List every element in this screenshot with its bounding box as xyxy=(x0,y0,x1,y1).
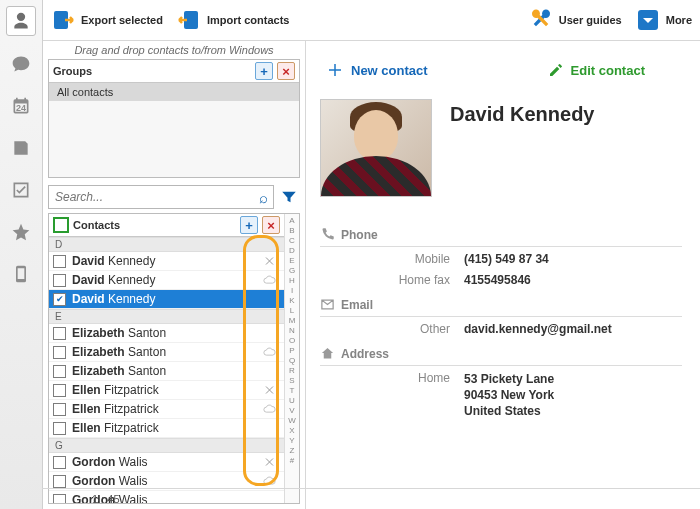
contact-row[interactable]: Elizabeth Santon xyxy=(49,362,284,381)
row-checkbox[interactable] xyxy=(53,346,66,359)
chevron-down-icon xyxy=(636,8,660,32)
row-name: Ellen Fitzpatrick xyxy=(72,421,252,435)
email-icon xyxy=(320,297,335,312)
alpha-O[interactable]: O xyxy=(289,336,295,346)
rail-messages[interactable] xyxy=(7,50,35,78)
export-label: Export selected xyxy=(81,15,163,26)
alpha-G[interactable]: G xyxy=(289,266,295,276)
search-box[interactable]: ⌕ xyxy=(48,185,274,209)
row-checkbox[interactable] xyxy=(53,456,66,469)
export-selected-button[interactable]: Export selected xyxy=(51,8,163,32)
section-E: E xyxy=(49,309,284,324)
row-checkbox[interactable] xyxy=(53,293,66,306)
contact-row[interactable]: Gordon Walis xyxy=(49,453,284,472)
add-contact-button[interactable]: + xyxy=(240,216,258,234)
alpha-I[interactable]: I xyxy=(291,286,293,296)
more-button[interactable]: More xyxy=(636,8,692,32)
contact-name: David Kennedy xyxy=(450,103,594,126)
avatar xyxy=(320,99,432,197)
cloud-icon xyxy=(258,475,280,487)
alpha-U[interactable]: U xyxy=(289,396,295,406)
row-name: David Kennedy xyxy=(72,254,252,268)
user-guides-button[interactable]: User guides xyxy=(529,8,622,32)
row-checkbox[interactable] xyxy=(53,274,66,287)
cloud-icon xyxy=(258,403,280,415)
calendar-day: 24 xyxy=(16,103,26,113)
edit-contact-label: Edit contact xyxy=(571,63,645,78)
groups-panel: Groups + × All contacts xyxy=(48,59,300,178)
row-name: Elizabeth Santon xyxy=(72,345,252,359)
more-label: More xyxy=(666,15,692,26)
contact-row[interactable]: David Kennedy xyxy=(49,252,284,271)
search-icon[interactable]: ⌕ xyxy=(253,189,273,206)
alpha-V[interactable]: V xyxy=(289,406,294,416)
row-checkbox[interactable] xyxy=(53,365,66,378)
search-input[interactable] xyxy=(49,190,253,204)
contact-row[interactable]: Ellen Fitzpatrick xyxy=(49,419,284,438)
phone-icon xyxy=(320,227,335,242)
contact-row[interactable]: Ellen Fitzpatrick xyxy=(49,381,284,400)
email-section-title: Email xyxy=(341,298,373,312)
alpha-K[interactable]: K xyxy=(289,296,294,306)
alpha-H[interactable]: H xyxy=(289,276,295,286)
filter-button[interactable] xyxy=(278,186,300,208)
edit-contact-button[interactable]: Edit contact xyxy=(548,61,645,79)
select-all-checkbox[interactable] xyxy=(53,217,69,233)
rail-calendar[interactable]: 24 xyxy=(7,92,35,120)
alpha-T[interactable]: T xyxy=(290,386,295,396)
section-D: D xyxy=(49,237,284,252)
row-checkbox[interactable] xyxy=(53,255,66,268)
new-contact-label: New contact xyxy=(351,63,428,78)
export-icon xyxy=(51,8,75,32)
alpha-N[interactable]: N xyxy=(289,326,295,336)
pencil-icon xyxy=(548,62,564,78)
alpha-#[interactable]: # xyxy=(290,456,294,466)
home-icon xyxy=(320,346,335,361)
address-section-title: Address xyxy=(341,347,389,361)
alpha-D[interactable]: D xyxy=(289,246,295,256)
phone-section-title: Phone xyxy=(341,228,378,242)
row-checkbox[interactable] xyxy=(53,327,66,340)
delete-group-button[interactable]: × xyxy=(277,62,295,80)
rail-contacts[interactable] xyxy=(6,6,36,36)
alpha-E[interactable]: E xyxy=(289,256,294,266)
contacts-list[interactable]: Contacts + × DDavid KennedyDavid Kennedy… xyxy=(49,214,284,503)
alpha-P[interactable]: P xyxy=(289,346,294,356)
alpha-S[interactable]: S xyxy=(289,376,294,386)
add-group-button[interactable]: + xyxy=(255,62,273,80)
alpha-X[interactable]: X xyxy=(289,426,294,436)
row-checkbox[interactable] xyxy=(53,475,66,488)
contact-row[interactable]: Ellen Fitzpatrick xyxy=(49,400,284,419)
contact-row[interactable]: Elizabeth Santon xyxy=(49,324,284,343)
plus-icon xyxy=(326,61,344,79)
alpha-Q[interactable]: Q xyxy=(289,356,295,366)
row-checkbox[interactable] xyxy=(53,403,66,416)
row-checkbox[interactable] xyxy=(53,384,66,397)
alpha-C[interactable]: C xyxy=(289,236,295,246)
alpha-R[interactable]: R xyxy=(289,366,295,376)
delete-contact-button[interactable]: × xyxy=(262,216,280,234)
tools-icon xyxy=(529,8,553,32)
new-contact-button[interactable]: New contact xyxy=(326,61,428,79)
row-name: Ellen Fitzpatrick xyxy=(72,402,252,416)
status-bar: 1 : 45 xyxy=(42,488,700,509)
group-all-contacts[interactable]: All contacts xyxy=(49,83,299,101)
rail-tasks[interactable] xyxy=(7,176,35,204)
alpha-B[interactable]: B xyxy=(289,226,294,236)
unsynced-icon xyxy=(258,384,280,396)
alpha-M[interactable]: M xyxy=(289,316,296,326)
contact-row[interactable]: Elizabeth Santon xyxy=(49,343,284,362)
alpha-Y[interactable]: Y xyxy=(289,436,294,446)
alpha-Z[interactable]: Z xyxy=(290,446,295,456)
import-contacts-button[interactable]: Import contacts xyxy=(177,8,290,32)
alpha-A[interactable]: A xyxy=(289,216,294,226)
alpha-index[interactable]: ABCDEGHIKLMNOPQRSTUVWXYZ# xyxy=(284,214,299,503)
rail-notes[interactable] xyxy=(7,134,35,162)
row-checkbox[interactable] xyxy=(53,422,66,435)
rail-favorites[interactable] xyxy=(7,218,35,246)
alpha-W[interactable]: W xyxy=(288,416,296,426)
contact-row[interactable]: David Kennedy xyxy=(49,290,284,309)
rail-device[interactable] xyxy=(7,260,35,288)
contact-row[interactable]: David Kennedy xyxy=(49,271,284,290)
alpha-L[interactable]: L xyxy=(290,306,294,316)
